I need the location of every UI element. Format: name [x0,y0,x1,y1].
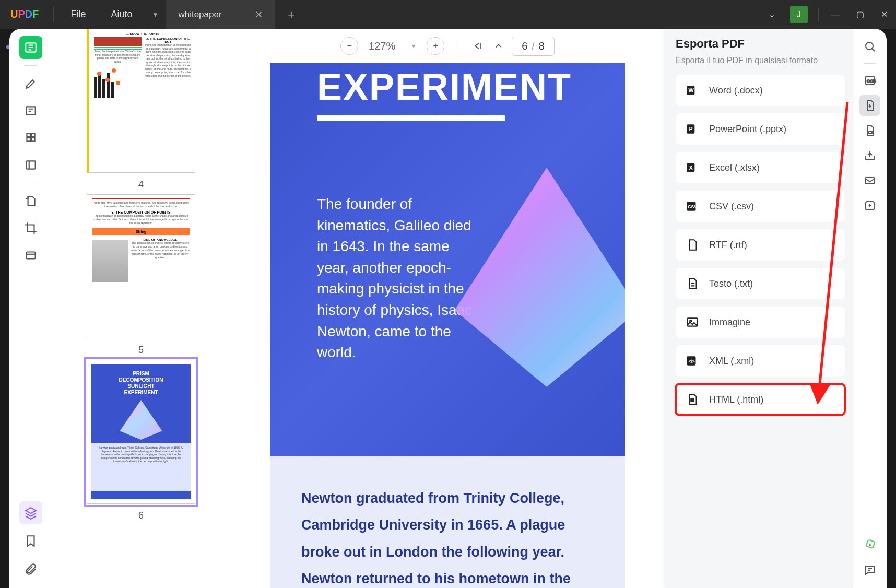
svg-rect-6 [26,161,35,169]
reader-mode-button[interactable] [19,36,42,59]
export-label: Excel (.xlsx) [709,162,760,173]
user-avatar[interactable]: J [790,6,808,23]
page-scroll-area[interactable]: EXPERIMENT The founder of kinematics, Ga… [230,63,665,588]
svg-text:OCR: OCR [867,79,876,84]
thumbnail-page-4[interactable]: 1. KNOW THE POINTS Point, the interpreta… [87,29,195,173]
page-heading: EXPERIMENT [317,63,578,108]
thumbnail-number: 6 [73,510,209,521]
organize-pages-button[interactable] [19,190,42,213]
save-button[interactable] [859,195,880,216]
form-tool-button[interactable] [19,154,42,177]
export-label: HTML (.html) [709,394,763,405]
export-word-button[interactable]: W Word (.docx) [676,75,845,106]
zoom-out-button[interactable]: − [340,37,358,55]
svg-text:H: H [691,397,694,403]
svg-rect-5 [31,138,35,142]
zoom-dropdown-icon[interactable]: ▼ [406,43,421,49]
edit-text-tool-button[interactable] [19,99,42,122]
export-label: CSV (.csv) [709,201,754,212]
separator [818,7,819,22]
crop-tool-button[interactable] [19,217,42,240]
share-button[interactable] [859,145,880,166]
separator [53,7,54,22]
export-excel-button[interactable]: X Excel (.xlsx) [676,152,845,183]
export-panel: Esporta PDF Esporta il tuo PDF in qualsi… [665,29,853,588]
thumbnail-page-5[interactable]: Points also have dominant and recessive … [87,194,195,338]
svg-rect-3 [31,133,35,137]
total-pages: 8 [539,40,545,52]
menu-help[interactable]: Aiuto [98,9,145,20]
export-csv-button[interactable]: CSV CSV (.csv) [676,191,845,222]
tab-history-dropdown[interactable]: ▼ [145,11,166,18]
export-pdf-button[interactable] [859,95,880,116]
current-page: 6 [522,40,527,52]
page-tool-button[interactable] [19,126,42,149]
attachment-button[interactable] [19,558,42,581]
comments-button[interactable] [859,560,880,581]
panel-title: Esporta PDF [676,37,845,51]
tab-title: whitepaper [178,9,221,20]
prism-illustration [437,168,625,387]
close-tab-icon[interactable]: ✕ [255,9,263,20]
document-tab[interactable]: whitepaper ✕ [166,0,275,29]
export-label: PowerPoint (.pptx) [709,124,786,135]
panel-subtitle: Esporta il tuo PDF in qualsiasi formato [676,56,845,65]
rail-divider [25,65,37,66]
first-page-button[interactable] [470,38,486,54]
redact-tool-button[interactable] [19,244,42,267]
email-button[interactable] [859,170,880,191]
zoom-in-button[interactable]: + [427,37,444,55]
export-label: Word (.docx) [709,85,763,96]
rtf-icon [685,238,700,252]
right-tool-rail: OCR [853,29,887,588]
prev-page-button[interactable] [491,38,506,54]
pdf-page: EXPERIMENT The founder of kinematics, Ga… [270,63,625,588]
export-label: Immagine [709,317,750,328]
page-sep: / [532,40,535,52]
svg-text:X: X [689,164,693,171]
xml-icon: </> [685,354,700,368]
svg-text:P: P [689,126,693,132]
excel-icon: X [685,160,700,175]
close-window-button[interactable]: ✕ [873,9,896,19]
thumbnail-number: 4 [73,179,209,190]
svg-text:W: W [688,87,694,93]
export-html-button[interactable]: H HTML (.html) [676,384,845,415]
powerpoint-icon: P [685,122,700,136]
image-icon [685,315,700,330]
title-bar: UPDF File Aiuto ▼ whitepaper ✕ ＋ ⌄ J — ▢… [0,0,896,29]
thumbnail-panel: 1. KNOW THE POINTS Point, the interpreta… [52,29,230,588]
page-viewer: − 127% ▼ + 6 / 8 EXPERIMENT The fo [230,29,665,588]
export-label: RTF (.rtf) [709,240,747,251]
text-icon [685,276,700,291]
csv-icon: CSV [685,199,700,214]
svg-point-21 [866,42,873,50]
svg-rect-25 [865,178,875,184]
export-text-button[interactable]: Testo (.txt) [676,268,845,299]
svg-point-27 [869,544,871,546]
svg-rect-2 [27,133,30,137]
thumbnail-number: 5 [73,345,209,356]
highlight-tool-button[interactable] [19,72,42,95]
export-image-button[interactable]: Immagine [676,307,845,338]
layers-button[interactable] [19,501,42,524]
chevron-down-icon[interactable]: ⌄ [760,9,784,19]
bookmark-button[interactable] [19,530,42,552]
minimize-button[interactable]: — [823,10,848,19]
svg-text:</>: </> [688,359,695,364]
search-button[interactable] [859,36,880,57]
ocr-button[interactable]: OCR [859,70,880,91]
export-powerpoint-button[interactable]: P PowerPoint (.pptx) [676,113,845,145]
protect-button[interactable] [859,120,880,141]
export-rtf-button[interactable]: RTF (.rtf) [676,229,845,261]
export-label: XML (.xml) [709,356,754,367]
thumbnail-page-6[interactable]: PRISMDECOMPOSITIONSUNLIGHTEXPERIMENT New… [87,360,195,504]
page-body-text: Newton graduated from Trinity College, C… [301,485,594,588]
svg-text:CSV: CSV [688,204,697,209]
ai-assistant-button[interactable] [859,535,880,556]
menu-file[interactable]: File [58,9,98,20]
page-indicator[interactable]: 6 / 8 [512,37,555,56]
export-xml-button[interactable]: </> XML (.xml) [676,345,845,377]
add-tab-button[interactable]: ＋ [275,7,308,22]
maximize-button[interactable]: ▢ [848,9,873,19]
